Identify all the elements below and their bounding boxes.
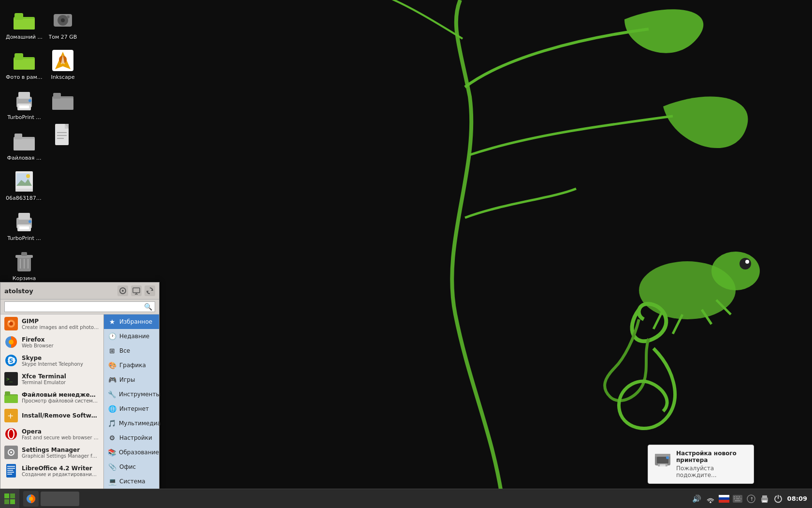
svg-rect-11 [14, 13, 23, 20]
category-system[interactable]: 💻 Система [104, 474, 159, 489]
desktop-icon-label: Домашний ... [6, 34, 43, 40]
svg-rect-98 [7, 468, 15, 469]
writer-app-text: LibreOffice 4.2 Writer Создание и редакт… [22, 465, 100, 477]
menu-app-firefox[interactable]: Firefox Web Browser [0, 333, 103, 351]
category-favorites[interactable]: ★ Избранное [104, 314, 159, 329]
category-office[interactable]: 📎 Офис [104, 460, 159, 474]
menu-app-skype[interactable]: S Skype Skype Internet Telephony [0, 351, 103, 370]
tray-printer-icon[interactable] [759, 493, 770, 504]
menu-app-opera[interactable]: Opera Fast and secure web browser and I.… [0, 425, 103, 443]
desktop-icon-label: Том 27 GB [49, 34, 77, 40]
gimp-app-icon [4, 317, 18, 330]
svg-point-95 [10, 451, 12, 453]
tray-update-icon[interactable]: ↑ [746, 493, 756, 504]
svg-point-113 [29, 497, 33, 501]
category-recent[interactable]: 🕐 Недавние [104, 329, 159, 344]
tray-power-icon[interactable] [773, 493, 783, 504]
menu-app-terminal[interactable]: >_ Xfce Terminal Terminal Emulator [0, 370, 103, 388]
tray-network-icon[interactable] [705, 493, 716, 504]
palette-icon: 🎨 [108, 361, 116, 369]
svg-rect-27 [15, 189, 33, 192]
notification-popup: Настройка нового принтера Пожалуйста под… [648, 445, 754, 484]
briefcase-icon: 📎 [108, 463, 116, 471]
gimp-app-desc: Create images and edit photographs [22, 325, 100, 330]
desktop-icon-tom27[interactable]: Том 27 GB [44, 5, 82, 44]
desktop-icon-label: Файловая ... [7, 155, 42, 161]
category-label: Недавние [119, 333, 149, 340]
skype-app-desc: Skype Internet Telephony [22, 361, 100, 367]
menu-settings-icon[interactable] [117, 285, 128, 296]
printer1-icon [13, 89, 36, 112]
svg-rect-13 [14, 59, 35, 70]
svg-rect-0 [286, 0, 769, 508]
svg-rect-110 [4, 499, 9, 504]
gamepad-icon: 🎮 [108, 376, 116, 384]
menu-app-writer[interactable]: LibreOffice 4.2 Writer Создание и редакт… [0, 462, 103, 480]
category-internet[interactable]: 🌐 Интернет [104, 402, 159, 416]
desktop-icon-home[interactable]: Домашний ... [5, 5, 44, 44]
menu-username: atolstoy [4, 287, 33, 295]
desktop-icon-unknown1[interactable] [44, 85, 82, 118]
category-games[interactable]: 🎮 Игры [104, 373, 159, 387]
notification-title: Настройка нового принтера [676, 450, 748, 463]
image06-icon [13, 170, 36, 193]
category-all[interactable]: ⊞ Все [104, 344, 159, 358]
svg-text:+: + [7, 411, 14, 420]
desktop-icon-06a863[interactable]: 06a863187f... [5, 166, 44, 205]
svg-point-26 [26, 174, 30, 178]
category-education[interactable]: 📚 Образование [104, 445, 159, 460]
svg-rect-62 [53, 93, 61, 99]
tray-volume-icon[interactable]: 🔊 [692, 493, 702, 504]
wrench-icon: 🔧 [108, 390, 116, 398]
svg-rect-106 [655, 454, 670, 457]
tray-flag-icon[interactable] [719, 493, 729, 504]
desktop-icon-inkscape[interactable]: Inkscape [44, 45, 82, 84]
settings-app-text: Settings Manager Graphical Settings Mana… [22, 447, 100, 459]
menu-app-gimp[interactable]: GIMP Create images and edit photographs [0, 314, 103, 333]
svg-text:↑: ↑ [750, 496, 754, 502]
settings-app-icon [4, 446, 18, 459]
menu-display-icon[interactable] [131, 285, 142, 296]
desktop-icon-turboprint2[interactable]: TurboPrint ... [5, 206, 44, 245]
desktop-icon-filemanager[interactable]: Файловая ... [5, 126, 44, 165]
svg-rect-99 [7, 470, 13, 471]
firefox-app-name: Firefox [22, 336, 100, 343]
tray-keyboard-icon[interactable] [732, 493, 743, 504]
desktop-icon-turboprint1[interactable]: TurboPrint ... [5, 85, 44, 124]
category-tools[interactable]: 🔧 Инструменты [104, 387, 159, 402]
category-label: Все [119, 347, 130, 354]
taskbar-window-button[interactable] [41, 492, 79, 506]
svg-rect-116 [719, 497, 729, 500]
menu-refresh-icon[interactable] [145, 285, 155, 296]
desktop-icon-photo-frame[interactable]: Фото в рамки [5, 45, 44, 84]
star-icon: ★ [108, 318, 116, 326]
menu-header-icons [117, 285, 155, 296]
menu-app-settings[interactable]: Settings Manager Graphical Settings Mana… [0, 443, 103, 462]
desktop-icon-unknown2[interactable] [44, 119, 82, 152]
taskbar-start-button[interactable] [0, 489, 19, 508]
taskbar: 🔊 [0, 489, 812, 508]
menu-app-thunar[interactable]: Файловый менеджер Thunar Просмотр файлов… [0, 388, 103, 406]
notification-icon [654, 450, 671, 471]
menu-app-install[interactable]: + Install/Remove Software [0, 406, 103, 425]
opera-app-text: Opera Fast and secure web browser and I.… [22, 428, 100, 440]
computer-icon: 💻 [108, 478, 116, 485]
category-settings[interactable]: ⚙ Настройки [104, 431, 159, 445]
taskbar-clock[interactable]: 08:09 [787, 495, 807, 502]
category-label: Система [119, 478, 145, 485]
category-multimedia[interactable]: 🎵 Мультимедиа [104, 416, 159, 431]
svg-rect-88 [5, 391, 10, 396]
menu-search-input[interactable] [4, 301, 155, 312]
svg-point-81 [9, 340, 14, 344]
category-label: Инструменты [119, 391, 160, 398]
category-graphics[interactable]: 🎨 Графика [104, 358, 159, 373]
category-label: Избранное [119, 318, 152, 325]
desktop-icon-trash[interactable]: Корзина [5, 246, 44, 285]
taskbar-app-firefox[interactable] [23, 491, 39, 507]
svg-rect-115 [719, 495, 729, 497]
svg-point-32 [29, 220, 31, 223]
clock-icon: 🕐 [108, 332, 116, 340]
svg-rect-61 [52, 98, 73, 110]
svg-rect-124 [740, 498, 741, 499]
search-icon: 🔍 [144, 303, 152, 311]
